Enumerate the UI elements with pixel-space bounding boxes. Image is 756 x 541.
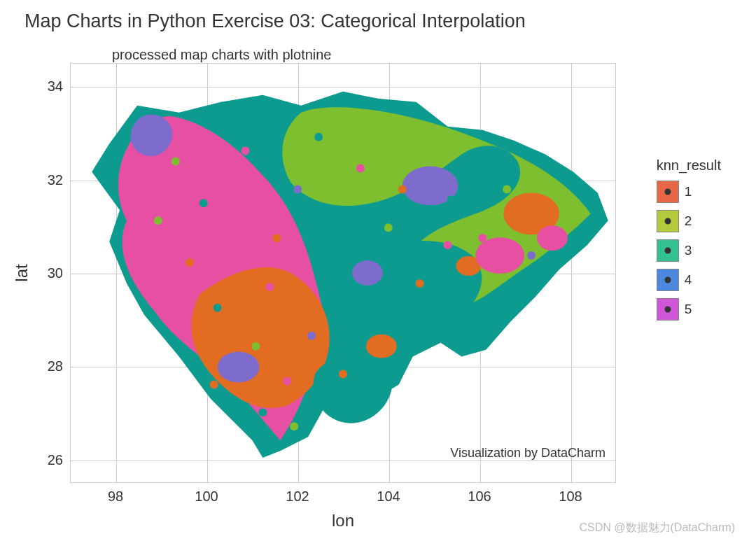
legend-item: 2	[657, 210, 721, 232]
y-tick: 32	[35, 172, 63, 188]
x-axis-label: lon	[332, 511, 354, 531]
svg-point-35	[258, 408, 267, 416]
svg-point-27	[367, 314, 375, 323]
legend-label: 1	[685, 184, 692, 199]
y-tick: 30	[35, 265, 63, 281]
svg-point-30	[265, 283, 274, 291]
svg-point-11	[241, 147, 249, 155]
svg-point-15	[356, 164, 365, 173]
watermark: CSDN @数据魅力(DataCharm)	[580, 521, 735, 535]
plot-area	[70, 63, 616, 483]
svg-point-26	[339, 370, 347, 379]
x-tick: 106	[468, 489, 491, 505]
svg-point-7	[475, 237, 524, 274]
legend-item: 5	[657, 298, 721, 321]
svg-point-28	[186, 258, 194, 267]
svg-point-2	[218, 352, 260, 383]
svg-point-21	[527, 251, 536, 260]
y-tick: 34	[35, 78, 63, 94]
legend-title: knn_result	[657, 157, 721, 174]
svg-point-14	[325, 262, 333, 270]
legend-swatch	[657, 181, 679, 203]
legend-item: 3	[657, 239, 721, 262]
map-svg	[71, 64, 615, 482]
chart-title: Map Charts in Python Exercise 03: Catego…	[24, 10, 526, 32]
svg-point-18	[447, 195, 456, 204]
svg-point-24	[283, 377, 291, 386]
svg-point-17	[416, 279, 424, 288]
svg-point-5	[366, 335, 397, 358]
svg-point-25	[307, 332, 316, 340]
legend-item: 1	[657, 181, 721, 203]
legend-label: 4	[685, 272, 692, 288]
x-tick: 100	[195, 489, 218, 505]
svg-point-9	[172, 157, 180, 166]
annotation-text: Visualization by DataCharm	[450, 446, 606, 461]
svg-point-23	[251, 342, 260, 351]
svg-point-33	[444, 241, 452, 249]
svg-point-32	[398, 185, 407, 193]
legend-label: 5	[685, 302, 692, 317]
legend: knn_result 1 2 3 4 5	[657, 157, 721, 328]
svg-point-13	[293, 185, 302, 193]
legend-swatch	[657, 269, 679, 291]
x-tick: 108	[559, 489, 582, 505]
svg-point-22	[214, 304, 222, 312]
svg-point-12	[272, 234, 281, 242]
svg-point-16	[384, 223, 393, 232]
y-tick: 28	[35, 358, 63, 374]
legend-item: 4	[657, 269, 721, 291]
legend-label: 3	[685, 243, 692, 258]
x-tick: 102	[286, 489, 309, 505]
legend-swatch	[657, 239, 679, 262]
x-tick: 98	[108, 489, 123, 505]
legend-label: 2	[685, 213, 692, 229]
svg-point-20	[503, 185, 511, 193]
svg-point-29	[154, 216, 162, 225]
legend-swatch	[657, 298, 679, 321]
svg-point-19	[478, 234, 486, 242]
svg-point-10	[200, 199, 208, 207]
svg-point-8	[537, 225, 568, 251]
svg-point-3	[352, 260, 383, 286]
svg-point-34	[210, 380, 218, 388]
x-tick: 104	[377, 489, 400, 505]
y-axis-label: lat	[12, 264, 31, 281]
svg-point-31	[314, 133, 323, 141]
svg-point-36	[290, 422, 298, 430]
chart-subtitle: processed map charts with plotnine	[112, 47, 332, 63]
y-tick: 26	[35, 452, 63, 468]
legend-swatch	[657, 210, 679, 232]
